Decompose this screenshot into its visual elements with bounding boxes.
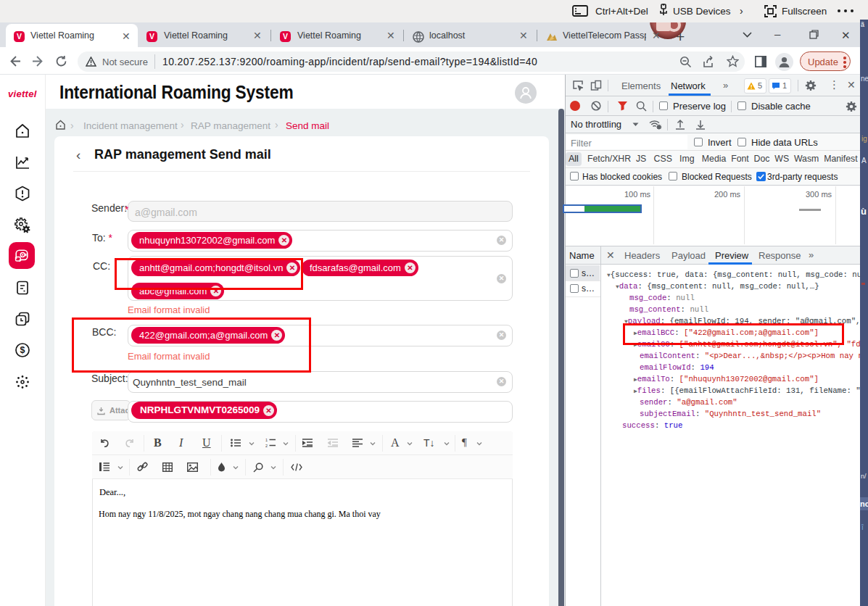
svg-text:2: 2 bbox=[265, 444, 268, 447]
svg-text:$: $ bbox=[20, 345, 25, 355]
svg-text:1: 1 bbox=[265, 438, 268, 442]
